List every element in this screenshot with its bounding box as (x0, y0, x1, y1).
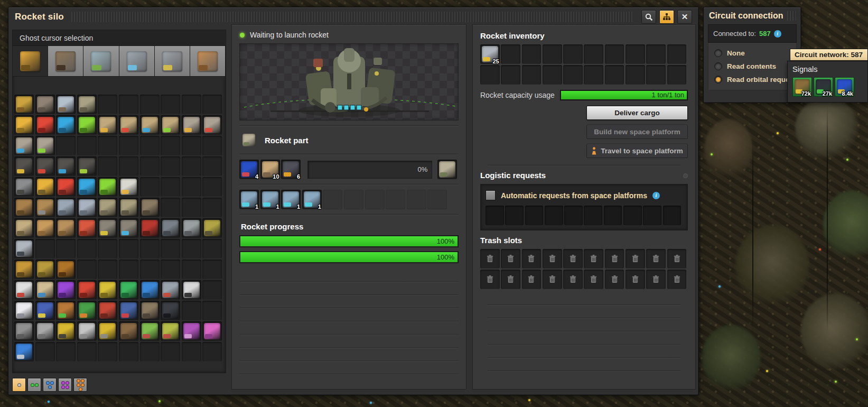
slot-pump[interactable] (140, 198, 160, 217)
trash-slot[interactable] (626, 270, 645, 289)
slot-cliff-explosives[interactable] (14, 342, 34, 362)
slot-rail-chain-signal[interactable] (119, 218, 138, 238)
radio-none[interactable] (714, 49, 722, 57)
slot-express-underground-belt[interactable] (140, 115, 160, 135)
slot-small-electric-pole[interactable] (14, 198, 34, 217)
empty-slot[interactable] (56, 342, 76, 362)
slot-refined-concrete[interactable] (77, 321, 97, 341)
empty-slot[interactable] (501, 44, 520, 64)
slot-stone-brick[interactable] (14, 321, 34, 341)
trash-slot[interactable] (480, 249, 500, 269)
tab-other[interactable] (190, 46, 226, 76)
slot-bulk-inserter[interactable] (98, 177, 117, 197)
slot-display-panel-screen[interactable] (161, 301, 180, 320)
tab-logistics[interactable] (13, 46, 48, 76)
slot-programmable-speaker[interactable] (140, 301, 160, 320)
circuit-drag-handle[interactable] (787, 11, 796, 21)
empty-slot[interactable] (98, 136, 117, 155)
slot-selector-combinator[interactable] (77, 301, 97, 320)
empty-slot[interactable] (202, 239, 222, 258)
empty-slot[interactable] (543, 44, 562, 64)
empty-slot[interactable] (563, 44, 583, 64)
empty-slot[interactable] (119, 260, 138, 279)
empty-slot[interactable] (202, 280, 222, 300)
trash-slot[interactable] (480, 270, 500, 289)
empty-slot[interactable] (525, 206, 544, 225)
empty-slot[interactable] (119, 239, 138, 258)
slot-pipe[interactable] (98, 198, 117, 217)
slot-locomotive[interactable] (140, 218, 160, 238)
search-button[interactable] (641, 10, 656, 24)
empty-slot[interactable] (119, 342, 138, 362)
slot-tank[interactable] (35, 260, 55, 279)
trash-slot[interactable] (626, 249, 645, 269)
empty-slot[interactable] (663, 206, 682, 225)
empty-slot[interactable] (563, 65, 583, 85)
tab-space[interactable] (119, 46, 155, 76)
empty-slot[interactable] (202, 198, 222, 217)
empty-slot[interactable] (543, 65, 562, 85)
empty-slot[interactable] (522, 44, 542, 64)
empty-slot[interactable] (161, 136, 180, 155)
empty-slot[interactable] (626, 65, 645, 85)
empty-slot[interactable] (386, 190, 405, 209)
slot-refined-hazard-concrete[interactable] (98, 321, 117, 341)
empty-slot[interactable] (161, 156, 180, 176)
trash-slot[interactable] (522, 249, 542, 269)
slot-landfill[interactable] (119, 321, 138, 341)
slot-roboport[interactable] (161, 280, 180, 300)
slot-overgrowth-yumako-soil[interactable] (161, 321, 180, 341)
empty-slot[interactable] (77, 342, 97, 362)
slot-turbo-transport-belt[interactable] (77, 115, 97, 135)
slot-storage-tank[interactable] (77, 95, 97, 114)
empty-slot[interactable] (501, 65, 520, 85)
radio-read-contents[interactable] (714, 62, 722, 70)
slot-rocket-ammo[interactable]: 25 (480, 44, 500, 64)
empty-slot[interactable] (323, 190, 342, 209)
slot-medium-electric-pole[interactable] (35, 198, 55, 217)
slot-big-electric-pole[interactable] (56, 198, 76, 217)
slot-spidertron[interactable] (56, 260, 76, 279)
slot-power-switch[interactable] (98, 301, 117, 320)
slot-fast-underground-belt[interactable] (119, 115, 138, 135)
slot-space-platform-starter-pack[interactable]: 1 (302, 190, 322, 209)
empty-slot[interactable] (486, 206, 504, 225)
empty-slot[interactable] (584, 65, 603, 85)
trash-slot[interactable] (605, 249, 624, 269)
trash-slot[interactable] (605, 270, 624, 289)
empty-slot[interactable] (646, 65, 666, 85)
empty-slot[interactable] (77, 260, 97, 279)
empty-slot[interactable] (161, 95, 180, 114)
slot-passive-provider-chest[interactable] (77, 280, 97, 300)
empty-slot[interactable] (35, 342, 55, 362)
option-read-contents[interactable]: Read contents (714, 62, 790, 70)
tab-production[interactable] (48, 46, 83, 76)
deliver-cargo-button[interactable]: Deliver cargo (586, 106, 688, 120)
slot-express-transport-belt[interactable] (56, 115, 76, 135)
empty-slot[interactable] (98, 342, 117, 362)
slot-turbo-splitter[interactable] (35, 136, 55, 155)
slot-space-platform-starter-pack[interactable]: 1 (281, 190, 301, 209)
empty-slot[interactable] (98, 156, 117, 176)
empty-slot[interactable] (161, 177, 180, 197)
quality-uncommon-button[interactable] (27, 378, 41, 392)
radio-read-orbital-requests[interactable] (714, 76, 722, 84)
build-new-space-platform-button[interactable]: Build new space platform (586, 125, 688, 139)
slot-turbo-loader[interactable] (77, 156, 97, 176)
slot-rail[interactable] (14, 218, 34, 238)
slot-burner-inserter[interactable] (14, 177, 34, 197)
slot-loader[interactable] (14, 156, 34, 176)
empty-slot[interactable] (77, 239, 97, 258)
slot-artificial-yumako-soil[interactable] (140, 321, 160, 341)
slot-concrete[interactable] (35, 321, 55, 341)
empty-slot[interactable] (140, 156, 160, 176)
empty-slot[interactable] (604, 206, 622, 225)
empty-slot[interactable] (605, 65, 624, 85)
slot-inserter[interactable] (35, 177, 55, 197)
quality-epic-button[interactable] (58, 378, 72, 392)
empty-slot[interactable] (161, 260, 180, 279)
empty-slot[interactable] (584, 206, 602, 225)
slot-rocket-part[interactable] (437, 160, 457, 179)
trash-slot[interactable] (667, 270, 687, 289)
slot-rail-support[interactable] (56, 218, 76, 238)
